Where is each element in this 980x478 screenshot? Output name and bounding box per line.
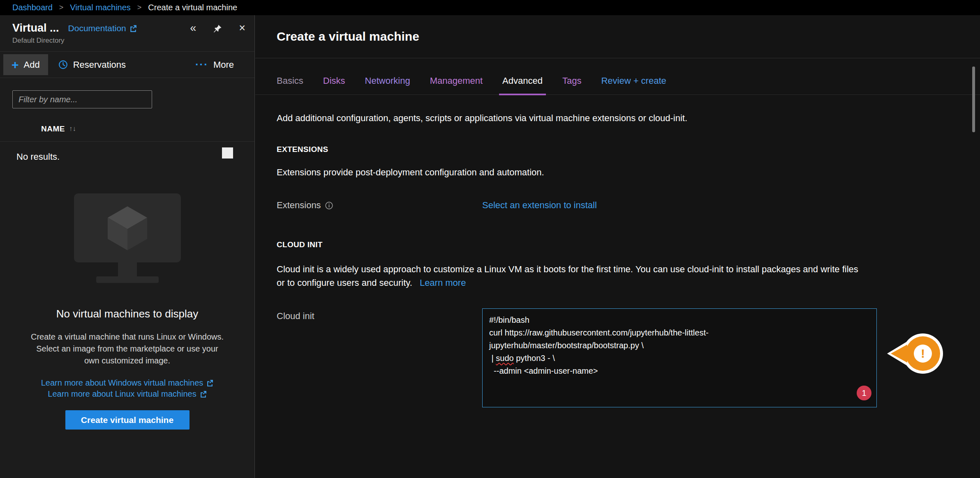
learn-linux-vm-link[interactable]: Learn more about Linux virtual machines: [48, 389, 206, 399]
column-header-name[interactable]: NAME: [41, 124, 65, 133]
code-text: |: [489, 354, 496, 363]
error-count-badge[interactable]: 1: [857, 386, 871, 400]
cloud-init-label-text: Cloud init: [277, 311, 314, 322]
learn-more-link[interactable]: Learn more: [420, 278, 466, 288]
code-line: | sudo python3 - \: [489, 352, 870, 365]
documentation-link-label: Documentation: [68, 23, 126, 33]
empty-state: No virtual machines to display Create a …: [0, 193, 254, 430]
main-scrollbar[interactable]: [972, 67, 975, 132]
virtual-machines-panel: Virtual ... Documentation « ×: [0, 15, 255, 478]
info-icon[interactable]: [325, 202, 333, 209]
plus-icon: +: [12, 59, 19, 70]
cube-icon: [104, 203, 150, 253]
breadcrumb-current: Create a virtual machine: [148, 3, 237, 12]
azure-portal: Dashboard > Virtual machines > Create a …: [0, 0, 980, 478]
extensions-field-label: Extensions: [277, 200, 482, 211]
ellipsis-icon: ···: [195, 62, 208, 67]
panel-title: Virtual ...: [12, 22, 59, 34]
reservations-button-label: Reservations: [73, 60, 126, 70]
reservations-button[interactable]: Reservations: [58, 60, 126, 70]
list-header: NAME ↑↓: [0, 117, 254, 142]
vm-empty-illustration: [0, 193, 254, 283]
cloud-init-section-header: CLOUD INIT: [277, 240, 980, 249]
monitor-base: [96, 276, 159, 283]
breadcrumb-separator: >: [59, 3, 64, 12]
tab-advanced[interactable]: Advanced: [502, 76, 543, 94]
select-extension-link[interactable]: Select an extension to install: [482, 200, 597, 211]
extensions-row: Extensions Select an extension to instal…: [277, 200, 980, 211]
cloud-init-row: Cloud init #!/bin/bash curl https://raw.…: [277, 308, 980, 407]
code-line: curl https://raw.githubusercontent.com/j…: [489, 326, 870, 339]
documentation-link[interactable]: Documentation: [68, 23, 137, 33]
sort-icon[interactable]: ↑↓: [69, 125, 76, 133]
code-line: #!/bin/bash: [489, 314, 870, 326]
learn-linux-vm-label: Learn more about Linux virtual machines: [48, 389, 196, 399]
external-link-icon: [200, 391, 207, 398]
monitor-stand: [118, 262, 137, 276]
list-scrollbar-thumb[interactable]: [222, 147, 233, 159]
code-line: jupyterhub/master/bootstrap/bootstrap.py…: [489, 339, 870, 352]
tab-management[interactable]: Management: [430, 76, 483, 94]
close-panel-button[interactable]: ×: [239, 23, 245, 34]
more-button[interactable]: ··· More: [195, 60, 234, 70]
extensions-description: Extensions provide post-deployment confi…: [277, 167, 980, 178]
external-link-icon: [129, 25, 137, 32]
empty-state-title: No virtual machines to display: [0, 308, 254, 320]
cloud-init-description: Cloud init is a widely used approach to …: [277, 262, 860, 290]
monitor-graphic: [74, 193, 181, 262]
cloud-init-textarea[interactable]: #!/bin/bash curl https://raw.githubuserc…: [482, 308, 877, 407]
pin-icon[interactable]: [213, 23, 222, 34]
create-vm-blade: Create a virtual machine Basics Disks Ne…: [255, 15, 980, 478]
tab-networking[interactable]: Networking: [365, 76, 410, 94]
learn-windows-vm-label: Learn more about Windows virtual machine…: [41, 378, 203, 388]
tab-bar: Basics Disks Networking Management Advan…: [255, 76, 980, 95]
filter-input[interactable]: [12, 90, 152, 108]
panel-toolbar: + Add Reservations ··· More: [0, 51, 254, 78]
create-virtual-machine-button[interactable]: Create virtual machine: [65, 410, 190, 430]
clock-icon: [58, 60, 68, 70]
collapse-panel-button[interactable]: «: [190, 23, 196, 34]
no-results-text: No results.: [16, 152, 60, 162]
more-button-label: More: [213, 60, 234, 70]
breadcrumb-separator: >: [137, 3, 142, 12]
breadcrumb-virtual-machines[interactable]: Virtual machines: [70, 3, 130, 12]
empty-state-links: Learn more about Windows virtual machine…: [0, 378, 254, 399]
empty-state-description: Create a virtual machine that runs Linux…: [28, 331, 227, 367]
intro-text: Add additional configuration, agents, sc…: [277, 113, 980, 124]
code-line: --admin <admin-user-name>: [489, 365, 870, 377]
learn-windows-vm-link[interactable]: Learn more about Windows virtual machine…: [41, 378, 214, 388]
tab-tags[interactable]: Tags: [562, 76, 581, 94]
misspelled-word: sudo: [496, 354, 513, 363]
results-row: No results.: [0, 142, 254, 167]
extensions-label-text: Extensions: [277, 200, 321, 211]
blade-header: Create a virtual machine: [255, 15, 980, 58]
directory-name: Default Directory: [12, 37, 245, 45]
tab-basics[interactable]: Basics: [277, 76, 303, 94]
panel-header: Virtual ... Documentation « ×: [0, 15, 254, 45]
add-button[interactable]: + Add: [3, 54, 48, 75]
extensions-section-header: EXTENSIONS: [277, 145, 980, 154]
tab-disks[interactable]: Disks: [323, 76, 345, 94]
breadcrumb-dashboard[interactable]: Dashboard: [12, 3, 53, 12]
cloud-init-description-text: Cloud init is a widely used approach to …: [277, 264, 858, 288]
breadcrumb: Dashboard > Virtual machines > Create a …: [0, 0, 980, 15]
page-title: Create a virtual machine: [277, 30, 419, 44]
code-text: python3 - \: [514, 354, 555, 363]
advanced-tab-content: Add additional configuration, agents, sc…: [255, 113, 980, 407]
external-link-icon: [206, 379, 213, 386]
add-button-label: Add: [24, 60, 40, 70]
tab-review-create[interactable]: Review + create: [601, 76, 666, 94]
cloud-init-field-label: Cloud init: [277, 308, 482, 322]
